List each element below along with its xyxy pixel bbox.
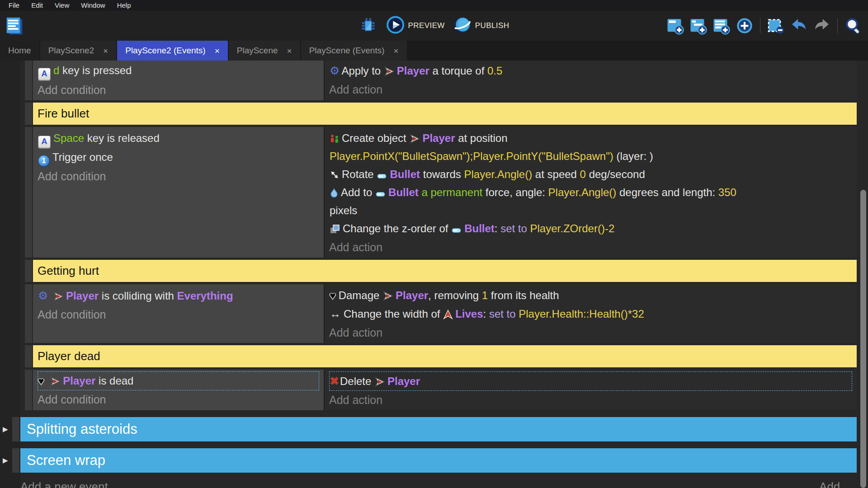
publish-button[interactable]: PUBLISH: [453, 15, 509, 36]
instruction-text: Player: [387, 375, 420, 387]
instruction[interactable]: ♥ Player is dead: [38, 372, 319, 390]
collapse-arrow-icon[interactable]: ▶: [3, 456, 8, 465]
conditions-box: Ad key is pressed: [38, 61, 319, 81]
instruction-text: at speed: [532, 168, 580, 180]
close-icon[interactable]: ×: [103, 47, 108, 55]
keyboard-key-icon: A: [38, 132, 53, 144]
instruction[interactable]: ↔Change the width of Lives: set to Playe…: [330, 305, 852, 323]
instruction[interactable]: Add to Bullet a permanent force, angle: …: [330, 183, 852, 220]
add-condition-button[interactable]: Add condition: [38, 167, 319, 185]
close-icon[interactable]: ×: [287, 47, 292, 55]
player-ship-icon: [374, 375, 387, 387]
event-row: ⚙ Player is colliding with EverythingAdd…: [33, 284, 857, 343]
toggle-instruction-selection-icon[interactable]: [766, 16, 785, 35]
add-event-icon[interactable]: [666, 16, 685, 35]
actions-cell: ✖Delete PlayerAdd action: [325, 370, 857, 410]
actions-box: Create object Player at position Player.…: [329, 129, 852, 238]
physics-icon: ⚙: [38, 290, 50, 302]
bullet-icon: [451, 222, 464, 235]
undo-icon[interactable]: [789, 16, 808, 35]
zorder-icon: [330, 222, 343, 235]
conditions-cell: ⚙ Player is colliding with EverythingAdd…: [33, 284, 325, 343]
group-row-splitting-asteroids[interactable]: ▶Splitting asteroids: [20, 417, 857, 441]
bullet-icon: [375, 186, 388, 198]
instruction-text: Damage: [339, 289, 382, 301]
events-list: Ad key is pressedAdd condition⚙Apply to …: [33, 61, 857, 473]
add-comment-icon[interactable]: [712, 16, 731, 35]
player-ship-icon: [382, 289, 396, 301]
instruction[interactable]: Create object Player at position Player.…: [330, 129, 852, 165]
instruction-text: Player.Angle(): [548, 186, 617, 198]
menu-item-edit[interactable]: Edit: [25, 0, 49, 11]
tab-playscene2[interactable]: PlayScene2×: [40, 41, 118, 61]
player-ship-icon: [50, 375, 63, 387]
tab-playscene[interactable]: PlayScene×: [229, 41, 301, 61]
add-new-event-button[interactable]: Add a new event: [20, 480, 108, 488]
tab-home[interactable]: Home: [0, 41, 40, 61]
instruction-text: Create object: [342, 132, 409, 144]
search-icon[interactable]: [844, 16, 863, 35]
menu-item-window[interactable]: Window: [75, 0, 111, 11]
group-row-screen-wrap[interactable]: ▶Screen wrap: [20, 448, 857, 473]
collapse-arrow-icon[interactable]: ▶: [3, 425, 8, 433]
instruction-text: Delete: [340, 375, 374, 387]
actions-box: ⚙Apply to Player a torque of 0.5: [329, 61, 852, 80]
add-condition-button[interactable]: Add condition: [38, 305, 319, 324]
player-ship-icon: [409, 132, 422, 144]
actions-cell: ⚙Apply to Player a torque of 0.5Add acti…: [325, 61, 857, 100]
instruction-text: Add to: [341, 186, 375, 198]
instruction[interactable]: ✖Delete Player: [330, 372, 852, 390]
instruction-text: Bullet: [464, 222, 495, 235]
instruction[interactable]: ASpace key is released: [38, 129, 319, 148]
instruction-text: Change the width of: [344, 308, 443, 320]
heart-icon: ♥: [38, 375, 47, 387]
tab-playscene2-events[interactable]: PlayScene2 (Events)×: [117, 41, 229, 61]
instruction[interactable]: ♥Damage Player, removing 1 from its heal…: [330, 286, 852, 305]
debugger-bug-icon[interactable]: [359, 16, 378, 35]
event-row: ♥ Player is deadAdd condition✖Delete Pla…: [33, 370, 857, 410]
add-action-button[interactable]: Add action: [329, 324, 852, 342]
comment-row[interactable]: Player dead: [33, 345, 857, 367]
events-sheet: Ad key is pressedAdd condition⚙Apply to …: [0, 61, 868, 488]
tab-playscene-events[interactable]: PlayScene (Events)×: [301, 41, 408, 61]
gdevelop-logo-icon[interactable]: [4, 15, 24, 36]
instruction-text: Bullet: [388, 186, 419, 198]
redo-icon[interactable]: [812, 16, 831, 35]
conditions-box: ♥ Player is dead: [38, 371, 319, 390]
instruction[interactable]: ⚙Apply to Player a torque of 0.5: [330, 61, 852, 80]
instruction[interactable]: Change the z-order of Bullet: set to Pla…: [330, 220, 852, 238]
comment-row[interactable]: Fire bullet: [33, 103, 857, 125]
add-more-button[interactable]: Add...: [819, 480, 850, 488]
add-action-button[interactable]: Add action: [329, 238, 852, 256]
comment-text: Fire bullet: [33, 103, 857, 125]
add-condition-button[interactable]: Add condition: [38, 390, 319, 408]
add-other-event-icon[interactable]: [735, 16, 754, 35]
instruction-text: Rotate: [342, 168, 377, 180]
menu-item-file[interactable]: File: [3, 0, 25, 11]
keyboard-key-icon: A: [38, 64, 53, 76]
group-title: Splitting asteroids: [20, 417, 857, 441]
instruction-text: :: [483, 308, 489, 320]
actions-box: ♥Damage Player, removing 1 from its heal…: [329, 286, 852, 324]
instruction-text: :: [495, 222, 500, 235]
instruction[interactable]: Ad key is pressed: [38, 61, 319, 80]
add-action-button[interactable]: Add action: [329, 80, 852, 99]
add-subevent-icon[interactable]: [689, 16, 708, 35]
add-action-button[interactable]: Add action: [329, 391, 852, 409]
instruction[interactable]: Rotate Bullet towards Player.Angle() at …: [330, 165, 852, 183]
menu-item-view[interactable]: View: [49, 0, 75, 11]
trigger-once-icon: 1: [38, 151, 52, 163]
add-condition-button[interactable]: Add condition: [38, 81, 319, 99]
instruction[interactable]: 1Trigger once: [38, 148, 319, 167]
menu-item-help[interactable]: Help: [111, 0, 137, 11]
instruction[interactable]: ⚙ Player is colliding with Everything: [38, 286, 319, 305]
actions-cell: ♥Damage Player, removing 1 from its heal…: [325, 284, 857, 343]
close-icon[interactable]: ×: [215, 47, 220, 55]
preview-button[interactable]: PREVIEW: [386, 15, 445, 36]
vertical-scrollbar-thumb[interactable]: [860, 190, 866, 488]
close-icon[interactable]: ×: [394, 47, 399, 55]
instruction-text: 1: [482, 289, 488, 301]
instruction-text: Player.ZOrder()-2: [530, 222, 615, 235]
instruction-text: set to: [489, 308, 519, 320]
comment-row[interactable]: Getting hurt: [33, 260, 857, 282]
